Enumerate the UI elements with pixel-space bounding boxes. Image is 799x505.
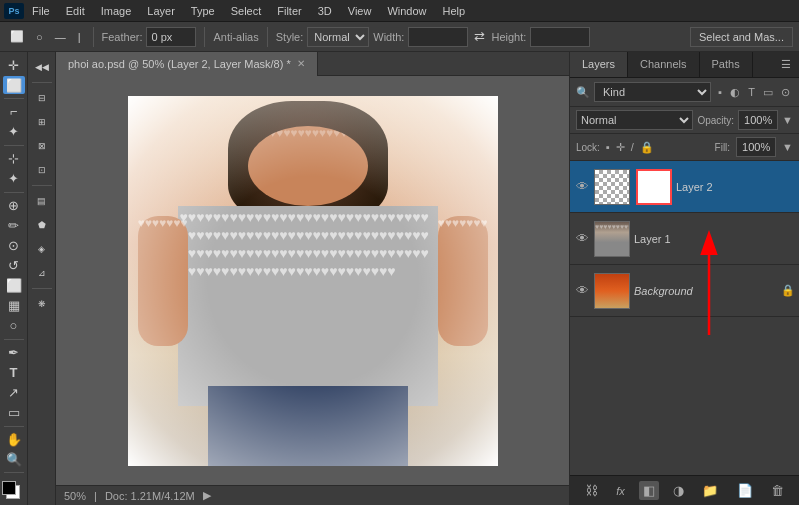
tab-channels[interactable]: Channels [628, 52, 699, 77]
history-brush-tool[interactable]: ↺ [3, 257, 25, 275]
delete-layer-btn[interactable]: 🗑 [767, 481, 788, 500]
new-fill-btn[interactable]: ◑ [669, 481, 688, 500]
lock-label: Lock: [576, 142, 600, 153]
menu-window[interactable]: Window [379, 3, 434, 19]
canvas-tab-main[interactable]: phoi ao.psd @ 50% (Layer 2, Layer Mask/8… [56, 52, 318, 76]
link-layers-btn[interactable]: ⛓ [581, 481, 602, 500]
panel-btn-4[interactable]: ⊡ [31, 159, 53, 181]
layer-row-layer2[interactable]: 👁 Layer 2 [570, 161, 799, 213]
panel-menu-btn[interactable]: ☰ [773, 52, 799, 77]
ellipse-marquee-btn[interactable]: ○ [32, 29, 47, 45]
collapse-icon[interactable]: ◀◀ [31, 56, 53, 78]
fill-input[interactable] [736, 137, 776, 157]
layer-row-background[interactable]: 👁 Background 🔒 [570, 265, 799, 317]
add-mask-btn[interactable]: ◧ [639, 481, 659, 500]
canvas-viewport[interactable]: ♥♥♥♥♥♥♥♥♥♥♥♥♥♥♥♥♥♥♥♥♥♥♥♥♥♥♥♥♥♥♥♥♥♥♥♥♥♥♥♥… [56, 76, 569, 485]
layer1-visibility-toggle[interactable]: 👁 [574, 231, 590, 246]
opacity-input[interactable] [738, 110, 778, 130]
layer-fx-btn[interactable]: fx [612, 483, 629, 499]
tool-sep4 [4, 339, 24, 340]
menu-image[interactable]: Image [93, 3, 140, 19]
menu-select[interactable]: Select [223, 3, 270, 19]
filter-type-btn[interactable]: T [745, 85, 758, 100]
style-label: Style: [276, 31, 304, 43]
height-input[interactable] [530, 27, 590, 47]
filter-shape-btn[interactable]: ▭ [760, 85, 776, 100]
lock-pos-btn[interactable]: ✛ [616, 141, 625, 154]
style-select[interactable]: Normal [307, 27, 369, 47]
filter-pixel-btn[interactable]: ▪ [715, 85, 725, 100]
sep3 [267, 27, 268, 47]
tab-paths[interactable]: Paths [700, 52, 753, 77]
filter-adj-btn[interactable]: ◐ [727, 85, 743, 100]
feather-input[interactable] [146, 27, 196, 47]
panel-btn-9[interactable]: ❋ [31, 293, 53, 315]
layer-kind-select[interactable]: Kind [594, 82, 711, 102]
background-visibility-toggle[interactable]: 👁 [574, 283, 590, 298]
panel-btn-7[interactable]: ◈ [31, 238, 53, 260]
crop-tool[interactable]: ⊹ [3, 150, 25, 168]
panel-btn-8[interactable]: ⊿ [31, 262, 53, 284]
foreground-color-swatch[interactable] [2, 481, 16, 495]
background-lock-icon: 🔒 [781, 284, 795, 297]
gradient-tool[interactable]: ▦ [3, 297, 25, 315]
swap-icon[interactable]: ⇄ [472, 27, 487, 46]
canvas-status-bar: 50% | Doc: 1.21M/4.12M ▶ [56, 485, 569, 505]
panel-btn-3[interactable]: ⊠ [31, 135, 53, 157]
pen-tool[interactable]: ✒ [3, 343, 25, 361]
menu-edit[interactable]: Edit [58, 3, 93, 19]
rect-marquee-btn[interactable]: ⬜ [6, 28, 28, 45]
lock-pixels-btn[interactable]: ▪ [606, 141, 610, 153]
zoom-tool[interactable]: 🔍 [3, 450, 25, 468]
fill-dropdown-icon[interactable]: ▼ [782, 141, 793, 153]
width-input[interactable] [408, 27, 468, 47]
layer2-mask-thumbnail[interactable] [636, 169, 672, 205]
layer-row-layer1[interactable]: 👁 ♥♥♥♥♥♥♥♥♥♥♥♥♥♥♥♥♥♥♥♥♥♥♥♥♥♥♥♥♥ Layer 1 [570, 213, 799, 265]
color-swatches[interactable] [2, 481, 26, 501]
text-tool[interactable]: T [3, 363, 25, 381]
eyedropper-tool[interactable]: ✦ [3, 170, 25, 188]
hand-tool[interactable]: ✋ [3, 430, 25, 448]
layer2-visibility-toggle[interactable]: 👁 [574, 179, 590, 194]
marquee-tool[interactable]: ⬜ [3, 76, 25, 94]
shape-tool[interactable]: ▭ [3, 404, 25, 422]
menu-3d[interactable]: 3D [310, 3, 340, 19]
arm-hearts: ♥♥♥♥♥♥♥♥♥♥♥♥♥♥♥♥♥♥♥♥♥♥♥♥♥♥♥♥♥♥ [138, 216, 188, 346]
panel-btn-6[interactable]: ⬟ [31, 214, 53, 236]
new-group-btn[interactable]: 📁 [698, 481, 722, 500]
brush-tool[interactable]: ✏ [3, 217, 25, 235]
tab-layers[interactable]: Layers [570, 52, 628, 77]
blend-mode-select[interactable]: Normal [576, 110, 693, 130]
tab-close-btn[interactable]: ✕ [297, 58, 305, 69]
quick-select-tool[interactable]: ✦ [3, 123, 25, 141]
lock-all-btn[interactable]: 🔒 [640, 141, 654, 154]
menu-filter[interactable]: Filter [269, 3, 309, 19]
menu-layer[interactable]: Layer [139, 3, 183, 19]
eraser-tool[interactable]: ⬜ [3, 277, 25, 295]
col2-sep2 [32, 185, 52, 186]
panel-btn-1[interactable]: ⊟ [31, 87, 53, 109]
new-layer-btn[interactable]: 📄 [733, 481, 757, 500]
menu-view[interactable]: View [340, 3, 380, 19]
lasso-tool[interactable]: ⌐ [3, 103, 25, 121]
panel-btn-5[interactable]: ▤ [31, 190, 53, 212]
dodge-tool[interactable]: ○ [3, 317, 25, 335]
select-and-mask-button[interactable]: Select and Mas... [690, 27, 793, 47]
row-marquee-btn[interactable]: — [51, 29, 70, 45]
opacity-dropdown-icon[interactable]: ▼ [782, 114, 793, 126]
filter-smart-btn[interactable]: ⊙ [778, 85, 793, 100]
lock-art-btn[interactable]: / [631, 141, 634, 153]
canvas-tab-label: phoi ao.psd @ 50% (Layer 2, Layer Mask/8… [68, 58, 291, 70]
layer-filter-icons: ▪ ◐ T ▭ ⊙ [715, 85, 793, 100]
main-area: ✛ ⬜ ⌐ ✦ ⊹ ✦ ⊕ ✏ ⊙ ↺ ⬜ ▦ ○ ✒ T ↗ ▭ ✋ 🔍 ◀◀… [0, 52, 799, 505]
heal-tool[interactable]: ⊕ [3, 197, 25, 215]
menu-type[interactable]: Type [183, 3, 223, 19]
path-select-tool[interactable]: ↗ [3, 383, 25, 401]
clone-tool[interactable]: ⊙ [3, 237, 25, 255]
menu-help[interactable]: Help [435, 3, 474, 19]
move-tool[interactable]: ✛ [3, 56, 25, 74]
menu-file[interactable]: File [24, 3, 58, 19]
status-arrow[interactable]: ▶ [203, 489, 211, 502]
panel-btn-2[interactable]: ⊞ [31, 111, 53, 133]
col-marquee-btn[interactable]: | [74, 29, 85, 45]
